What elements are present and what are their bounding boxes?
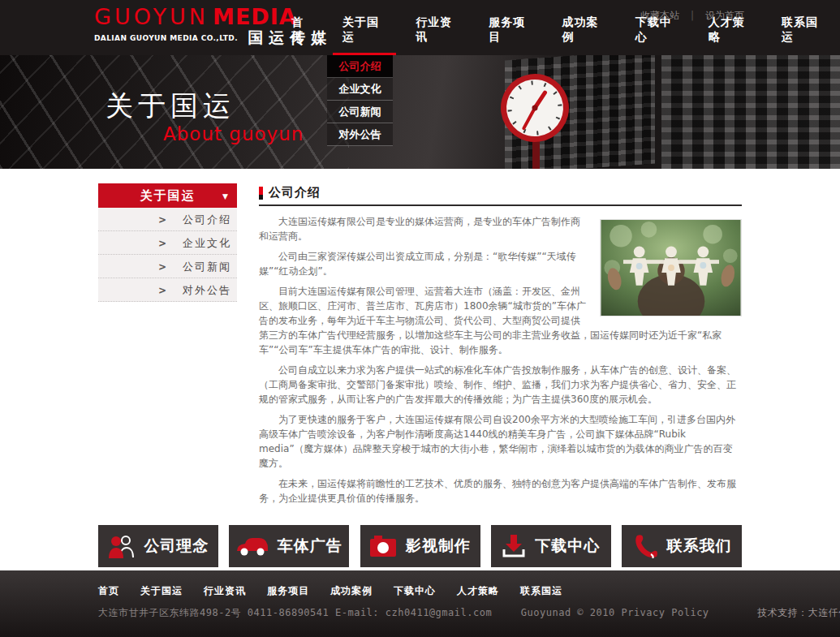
footer-nav-item[interactable]: 首页 [98, 584, 119, 598]
sidebar-header[interactable]: 关于国运 ▼ [98, 183, 237, 208]
sidebar-title: 关于国运 [140, 188, 196, 203]
feature-button-video-production[interactable]: 影视制作 [360, 525, 480, 567]
feature-button-download-center[interactable]: 下载中心 [491, 525, 611, 567]
feature-button-company-idea[interactable]: 公司理念 [98, 525, 218, 567]
footer-nav-item[interactable]: 关于国运 [140, 584, 183, 598]
feature-button-contact-us[interactable]: 联系我们 [622, 525, 742, 567]
paragraph: 公司自成立以来力求为客户提供一站式的标准化车体广告投放制作服务，从车体广告的创意… [259, 363, 742, 407]
main-nav: 首页关于国运行业资讯服务项目成功案例下载中心人才策略联系国运 [277, 21, 840, 55]
nav-item[interactable]: 关于国运 [334, 15, 394, 55]
dropdown-item[interactable]: 公司新闻 [327, 101, 393, 123]
content-area: 公司介绍 [259, 183, 742, 506]
sidebar-menu: >公司介绍>企业文化>公司新闻>对外公告 [98, 208, 237, 302]
nav-item[interactable]: 下载中心 [627, 15, 687, 55]
banner-subtitle: About guoyun [163, 123, 304, 144]
footer-nav-item[interactable]: 下载中心 [394, 584, 436, 598]
logo-guoyun-text: GUOYUN [94, 4, 209, 29]
about-dropdown-menu: 公司介绍企业文化公司新闻对外公告 [327, 55, 393, 146]
paragraph: 为了更快速的服务于客户，大连国运传媒有限公司自设200余平方米的大型喷绘施工车间… [259, 412, 742, 471]
site-header: GUOYUN MEDIA DALIAN GUOYUN MEDIA CO.,LTD… [0, 0, 840, 55]
dropdown-item[interactable]: 企业文化 [327, 78, 393, 101]
company-photo [600, 219, 742, 316]
banner-title: 关于国运 [106, 88, 235, 125]
sidebar-item[interactable]: >对外公告 [98, 278, 237, 302]
footer-nav-item[interactable]: 成功案例 [330, 584, 373, 598]
nav-item[interactable]: 人才策略 [700, 15, 760, 55]
content-title-bar: 公司介绍 [259, 183, 742, 206]
sidebar-item[interactable]: >企业文化 [98, 231, 237, 255]
street-clock-image [497, 70, 575, 169]
footer-tech-support-link[interactable]: 技术支持：大连仟亿科技 [757, 607, 840, 618]
feature-buttons: 公司理念 车体广告 影视制作 [98, 525, 742, 567]
footer-address: 大连市甘井子区东纬路498-2号 0411-86890541 E-mail: c… [98, 607, 492, 618]
paragraph: 在未来，国运传媒将前瞻性的工艺技术、优质的服务、独特的创意为客户提供高端的车体广… [259, 476, 742, 506]
chevron-right-icon: > [158, 209, 183, 232]
nav-item[interactable]: 联系国运 [773, 15, 834, 55]
feature-label: 公司理念 [144, 536, 209, 557]
footer-nav-item[interactable]: 人才策略 [457, 584, 499, 598]
footer-info: 大连市甘井子区东纬路498-2号 0411-86890541 E-mail: c… [98, 606, 742, 620]
sidebar: 关于国运 ▼ >公司介绍>企业文化>公司新闻>对外公告 [98, 183, 237, 302]
feature-label: 影视制作 [406, 536, 471, 557]
feature-label: 下载中心 [535, 536, 600, 557]
feature-button-vehicle-ads[interactable]: 车体广告 [229, 525, 349, 567]
people-icon [108, 534, 136, 558]
hero-building-windows-right [661, 55, 840, 169]
footer-nav: 首页关于国运行业资讯服务项目成功案例下载中心人才策略联系国运 [98, 584, 742, 598]
feature-label: 车体广告 [278, 536, 342, 557]
title-marker [259, 187, 263, 200]
sidebar-item[interactable]: >公司新闻 [98, 255, 237, 278]
dropdown-item[interactable]: 公司介绍 [327, 55, 393, 78]
footer-nav-item[interactable]: 行业资讯 [204, 584, 246, 598]
main-area: 关于国运 ▼ >公司介绍>企业文化>公司新闻>对外公告 公司介绍 [0, 169, 840, 570]
chevron-right-icon: > [158, 279, 183, 303]
nav-item[interactable]: 行业资讯 [407, 15, 467, 55]
logo-company-en: DALIAN GUOYUN MEDIA CO.,LTD. [94, 34, 238, 42]
sidebar-item[interactable]: >公司介绍 [98, 208, 237, 231]
download-icon [502, 534, 526, 558]
nav-item[interactable]: 成功案例 [554, 15, 614, 55]
footer-nav-item[interactable]: 联系国运 [520, 584, 562, 598]
camera-icon [369, 535, 397, 557]
dropdown-item[interactable]: 对外公告 [327, 123, 393, 146]
quick-links-divider: | [691, 10, 694, 21]
feature-label: 联系我们 [667, 536, 732, 557]
chevron-down-icon: ▼ [222, 184, 230, 209]
footer-copyright: Guoyunad © 2010 Privacy Policy [521, 607, 709, 618]
car-icon [236, 536, 269, 557]
chevron-right-icon: > [158, 232, 183, 256]
nav-item[interactable]: 服务项目 [480, 15, 541, 55]
page-title: 公司介绍 [269, 185, 321, 200]
hero-banner: 关于国运 About guoyun 公司介绍企业文化公司新闻对外公告 [0, 55, 840, 169]
chevron-right-icon: > [158, 256, 183, 279]
site-footer: 首页关于国运行业资讯服务项目成功案例下载中心人才策略联系国运 大连市甘井子区东纬… [0, 570, 840, 637]
content-body: 大连国运传媒有限公司是专业的媒体运营商，是专业的车体广告制作商和运营商。公司由三… [259, 206, 742, 506]
nav-item[interactable]: 首页 [283, 15, 321, 55]
phone-icon [632, 534, 658, 558]
footer-nav-item[interactable]: 服务项目 [267, 584, 309, 598]
